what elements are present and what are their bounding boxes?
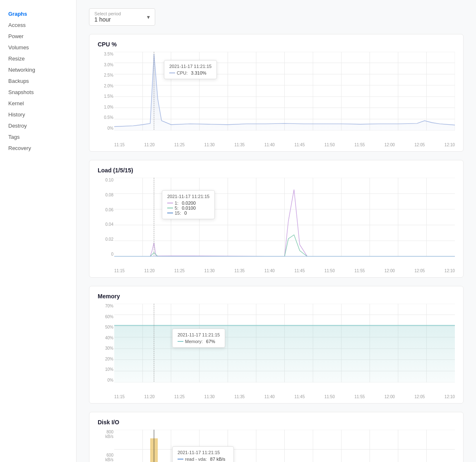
sidebar-item-history[interactable]: History	[0, 109, 76, 120]
memory-chart-title: Memory	[98, 293, 455, 300]
sidebar-item-kernel[interactable]: Kernel	[0, 98, 76, 109]
load-chart-area: 0.10 0.08 0.06 0.04 0.02 0 11:15 11:20 1…	[98, 178, 455, 273]
chevron-down-icon: ▾	[147, 14, 150, 20]
svg-marker-59	[114, 325, 455, 382]
disk-chart-area: 800 kB/s 600 kB/s 400 kB/s 200 kB/s 11:1…	[98, 430, 455, 462]
load-chart-title: Load (1/5/15)	[98, 167, 455, 174]
sidebar: Graphs Access Power Volumes Resize Netwo…	[0, 0, 77, 462]
memory-chart-svg	[114, 304, 455, 382]
period-select-label: Select period	[94, 11, 147, 16]
sidebar-item-volumes[interactable]: Volumes	[0, 42, 76, 53]
disk-y-axis: 800 kB/s 600 kB/s 400 kB/s 200 kB/s	[98, 430, 113, 462]
sidebar-item-destroy[interactable]: Destroy	[0, 120, 76, 131]
cpu-chart-card: CPU %	[89, 34, 464, 152]
load-chart-card: Load (1/5/15)	[89, 160, 464, 278]
memory-x-axis: 11:15 11:20 11:25 11:30 11:35 11:40 11:4…	[114, 394, 455, 399]
memory-chart-area: 70% 60% 50% 40% 30% 20% 10% 0% 11:15 11:…	[98, 304, 455, 399]
sidebar-item-recovery[interactable]: Recovery	[0, 143, 76, 154]
load-y-axis: 0.10 0.08 0.06 0.04 0.02 0	[98, 178, 113, 256]
app-layout: Graphs Access Power Volumes Resize Netwo…	[0, 0, 476, 462]
sidebar-item-power[interactable]: Power	[0, 31, 76, 42]
load-x-axis: 11:15 11:20 11:25 11:30 11:35 11:40 11:4…	[114, 268, 455, 273]
sidebar-item-backups[interactable]: Backups	[0, 75, 76, 87]
cpu-chart-title: CPU %	[98, 41, 455, 48]
sidebar-item-graphs[interactable]: Graphs	[0, 8, 76, 19]
period-select[interactable]: Select period 1 hour ▾	[89, 8, 155, 26]
memory-y-axis: 70% 60% 50% 40% 30% 20% 10% 0%	[98, 304, 113, 382]
memory-chart-card: Memory	[89, 286, 464, 404]
sidebar-item-networking[interactable]: Networking	[0, 64, 76, 75]
sidebar-item-snapshots[interactable]: Snapshots	[0, 87, 76, 98]
cpu-chart-svg	[114, 52, 455, 131]
disk-chart-svg	[114, 430, 455, 462]
cpu-chart-area: 3.5% 3.0% 2.5% 2.0% 1.5% 1.0% 0.5% 0% 11…	[98, 52, 455, 147]
cpu-y-axis: 3.5% 3.0% 2.5% 2.0% 1.5% 1.0% 0.5% 0%	[98, 52, 113, 131]
sidebar-item-tags[interactable]: Tags	[0, 131, 76, 143]
cpu-x-axis: 11:15 11:20 11:25 11:30 11:35 11:40 11:4…	[114, 143, 455, 147]
disk-chart-title: Disk I/O	[98, 419, 455, 426]
main-content: Select period 1 hour ▾ CPU %	[77, 0, 476, 462]
period-select-value: 1 hour	[94, 16, 147, 23]
load-chart-svg	[114, 178, 455, 256]
sidebar-item-access[interactable]: Access	[0, 19, 76, 31]
disk-chart-card: Disk I/O	[89, 412, 464, 462]
sidebar-item-resize[interactable]: Resize	[0, 53, 76, 64]
